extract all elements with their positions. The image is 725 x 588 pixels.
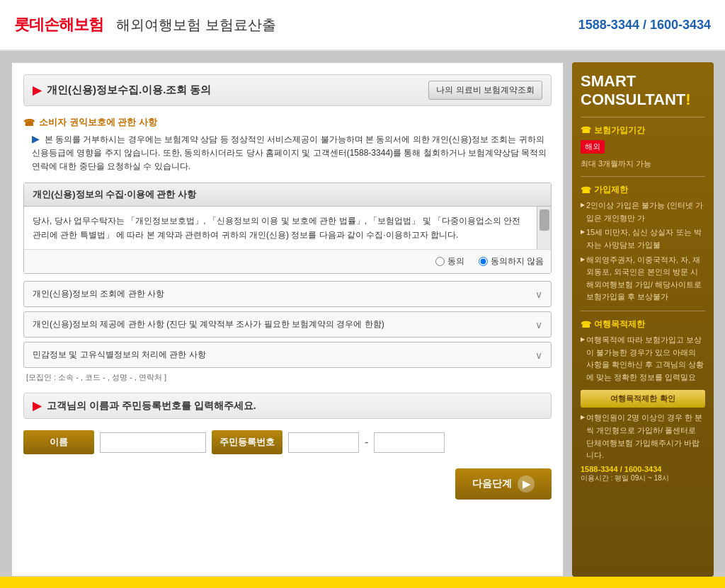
collapsible-row-1-text: 개인(신용)정보의 조회에 관한 사항 <box>33 288 164 300</box>
content-area: ▶ 개인(신용)정보수집.이용.조회 동의 나의 의료비 보험계약조회 ☎ 소비… <box>11 62 564 577</box>
section1-arrow-icon: ▶ <box>33 83 41 97</box>
sidebar-period-text: 최대 3개월까지 가능 <box>581 158 705 170</box>
id-input-first[interactable] <box>288 432 359 453</box>
notice-icon: ☎ <box>23 117 35 128</box>
sidebar-purpose-bullet-2: 여행인원이 2명 이상인 경우 한 분씩 개인형으로 가입하/ 폴센터로 단체여… <box>581 412 705 461</box>
scrollbar[interactable] <box>537 207 551 250</box>
yellow-strip <box>0 577 725 588</box>
collapsible-row-2[interactable]: 개인(신용)정보의 제공에 관한 사항 (진단 및 계약적부 조사가 필요한 보… <box>23 311 552 338</box>
sidebar-badge-overseas: 해외 <box>581 140 605 154</box>
notice-title: ☎ 소비자 권익보호에 관한 사항 <box>23 116 552 129</box>
main-container: ▶ 개인(신용)정보수집.이용.조회 동의 나의 의료비 보험계약조회 ☎ 소비… <box>0 51 725 588</box>
sidebar-limit-icon: ☎ <box>581 185 591 195</box>
notice-body: 본 동의를 거부하시는 경우에는 보험계약 상담 등 정상적인 서비스제공이 불… <box>32 134 547 171</box>
header-left: 롯데손해보험 해외여행보험 보험료산출 <box>14 14 276 35</box>
collect-info-body: 당사, 당사 업무수탁자는 「개인정보보호법」, 「신용정보의 이용 및 보호에… <box>24 207 551 250</box>
radio-agree-input[interactable] <box>435 257 445 266</box>
collapsible-row-2-text: 개인(신용)정보의 제공에 관한 사항 (진단 및 계약적부 조사가 필요한 보… <box>33 318 384 330</box>
collapsible-row-3[interactable]: 민감정보 및 고유식별정보의 처리에 관한 사항 ∨ <box>23 342 552 368</box>
form-row: 이름 주민등록번호 - <box>23 430 552 454</box>
next-btn-label: 다음단계 <box>472 478 512 490</box>
collect-info-box: 개인(신용)정보의 수집·이용에 관한 사항 당사, 당사 업무수탁자는 「개인… <box>23 183 552 275</box>
sidebar-limit-bullet-1: 2인이상 가입은 불가능 (인터넷 가입은 개인형만 가 <box>581 200 705 224</box>
sidebar-purpose-bullet-1: 여행목적에 따라 보험가입고 보상이 불가능한 경우가 있으 아래의 사항을 확… <box>581 334 705 384</box>
radio-agree-label[interactable]: 동의 <box>435 255 464 267</box>
name-input[interactable] <box>100 432 206 453</box>
travel-purpose-check-button[interactable]: 여행목적제한 확인 <box>581 390 705 408</box>
sidebar-section-purpose: ☎ 여행목적제한 <box>581 318 705 330</box>
section2-header: ▶ 고객님의 이름과 주민등록번호를 입력해주세요. <box>23 393 552 419</box>
sidebar-limit-bullet-2: 15세 미만자, 심신 상실자 또는 박자는 사망담보 가입불 <box>581 226 705 251</box>
next-btn-arrow-icon: ▶ <box>518 475 535 492</box>
header-phone: 1588-3344 / 1600-3434 <box>578 18 711 33</box>
section2-arrow-icon: ▶ <box>33 399 41 413</box>
section1-header: ▶ 개인(신용)정보수집.이용.조회 동의 나의 의료비 보험계약조회 <box>23 74 552 106</box>
consumer-notice: ☎ 소비자 권익보호에 관한 사항 ▶ 본 동의를 거부하시는 경우에는 보험계… <box>23 116 552 174</box>
chevron-down-icon-1: ∨ <box>535 289 542 300</box>
sidebar-divider-1 <box>581 117 705 117</box>
sidebar-section-limit: ☎ 가입제한 <box>581 184 705 196</box>
header: 롯데손해보험 해외여행보험 보험료산출 1588-3344 / 1600-343… <box>0 0 725 51</box>
recruiter-info: [모집인 : 소속 - , 코드 - , 성명 - , 연락처 ] <box>26 372 552 383</box>
collapsible-row-3-text: 민감정보 및 고유식별정보의 처리에 관한 사항 <box>33 349 206 361</box>
my-medical-button[interactable]: 나의 의료비 보험계약조회 <box>428 81 542 100</box>
sidebar-section-period: ☎ 보험가입기간 <box>581 125 705 137</box>
section2-title: 고객님의 이름과 주민등록번호를 입력해주세요. <box>47 400 256 413</box>
id-label: 주민등록번호 <box>212 430 282 454</box>
scrollbar-thumb <box>540 209 549 231</box>
sidebar-purpose-icon: ☎ <box>581 320 591 330</box>
chevron-down-icon-2: ∨ <box>535 319 542 330</box>
sidebar-divider-3 <box>581 311 705 311</box>
name-label: 이름 <box>23 430 94 454</box>
radio-disagree-label[interactable]: 동의하지 않음 <box>479 255 544 267</box>
sidebar-hours: 이용시간 : 평일 09시 ~ 18시 <box>581 473 705 483</box>
radio-disagree-input[interactable] <box>479 257 488 266</box>
collapsible-row-1[interactable]: 개인(신용)정보의 조회에 관한 사항 ∨ <box>23 281 552 307</box>
next-btn-row: 다음단계 ▶ <box>23 468 552 500</box>
sidebar-limit-bullet-3: 해외영주권자, 이중국적자, 자, 재외동포, 외국인은 본인의 방문 시 해외… <box>581 254 705 304</box>
header-subtitle: 해외여행보험 보험료산출 <box>116 16 276 35</box>
smart-title: SMART CONSULTANT! <box>581 72 705 110</box>
id-input-second[interactable] <box>374 432 445 453</box>
section1-title: 개인(신용)정보수집.이용.조회 동의 <box>47 83 212 97</box>
logo: 롯데손해보험 <box>14 14 103 35</box>
sidebar: SMART CONSULTANT! ☎ 보험가입기간 해외 최대 3개월까지 가… <box>572 62 714 577</box>
smart-exclaim: ! <box>685 91 690 108</box>
id-separator: - <box>365 436 368 449</box>
collect-info-text: 당사, 당사 업무수탁자는 「개인정보보호법」, 「신용정보의 이용 및 보호에… <box>24 207 537 250</box>
collect-info-header: 개인(신용)정보의 수집·이용에 관한 사항 <box>24 183 551 207</box>
next-step-button[interactable]: 다음단계 ▶ <box>455 468 552 500</box>
chevron-down-icon-3: ∨ <box>535 350 542 361</box>
sidebar-period-icon: ☎ <box>581 125 591 135</box>
sidebar-phone: 1588-3344 / 1600-3434 <box>581 465 705 473</box>
radio-section: 동의 동의하지 않음 <box>24 249 551 273</box>
notice-bullet-arrow: ▶ <box>32 134 39 144</box>
sidebar-divider-2 <box>581 176 705 177</box>
